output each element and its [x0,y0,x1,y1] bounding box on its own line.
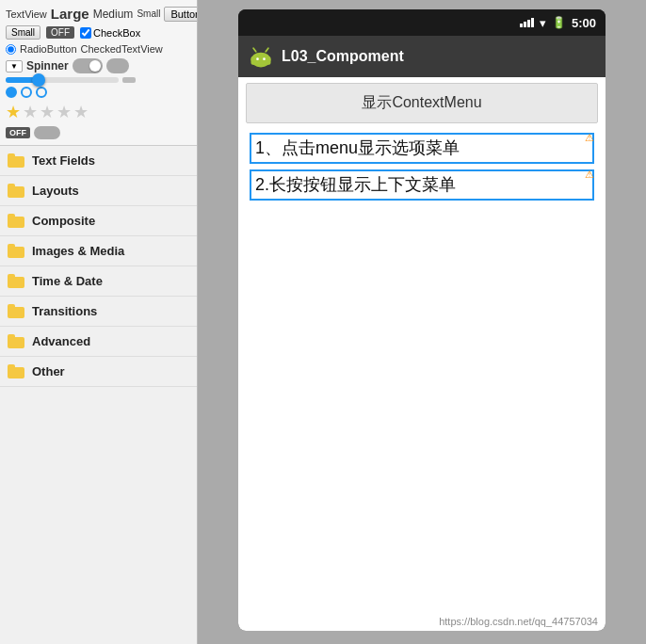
button-widget[interactable]: Button [164,7,198,22]
nav-label-time-date: Time & Date [32,274,103,288]
slider-track[interactable] [6,77,119,83]
svg-line-4 [253,48,256,52]
nav-label-text-fields: Text Fields [32,153,95,168]
line-2-wrapper: 2.长按按钮显示上下文菜单 ⚠ [250,169,594,201]
nav-item-advanced[interactable]: Advanced [0,327,197,357]
folder-icon-transitions [8,304,24,318]
star-2[interactable]: ★ [23,102,38,122]
folder-icon-advanced [8,334,24,348]
radio-dot-1[interactable] [6,87,17,98]
line1-warning-icon: ⚠ [585,131,594,145]
status-time: 5:00 [572,16,596,30]
line-1-wrapper: 1、点击menu显示选项菜单 ⚠ [250,133,594,164]
text-line-2: 2.长按按钮显示上下文菜单 [250,169,594,201]
signal-bar-1 [520,24,523,27]
folder-icon-layouts [8,184,24,198]
text-area: 1、点击menu显示选项菜单 ⚠ 2.长按按钮显示上下文菜单 ⚠ [246,129,598,206]
text-line-1: 1、点击menu显示选项菜单 [250,133,594,164]
toggle-row: Small OFF CheckBox [6,25,191,40]
textview-small: Small [137,8,160,19]
spinner-label: Spinner [26,59,69,72]
watermark: https://blog.csdn.net/qq_44757034 [238,612,606,631]
spinner-arrow-icon: ▼ [10,62,18,71]
left-panel: TextView Large Medium Small Button Small… [0,0,198,644]
toggle-small[interactable]: Small [6,25,40,40]
textview-label: TextView [6,8,47,20]
nav-label-images-media: Images & Media [32,244,124,258]
app-title: L03_Compoment [282,48,404,65]
radio-row: RadioButton CheckedTextView [6,43,191,55]
slider-thumb[interactable] [32,73,45,87]
right-panel: ▾ 🔋 5:00 L03_Compoment 显示ContextMenu [198,0,646,644]
nav-list: Text Fields Layouts Composite Images & M… [0,146,197,644]
radio-button-label: RadioButton [20,43,77,55]
app-titlebar: L03_Compoment [238,36,606,77]
star-1[interactable]: ★ [6,102,21,122]
star-4[interactable]: ★ [57,102,72,122]
star-3[interactable]: ★ [40,102,55,122]
folder-icon-time-date [8,274,24,288]
textview-medium: Medium [93,8,134,21]
battery-icon: 🔋 [552,16,566,29]
radio-dots-row [6,87,191,98]
stars-row: ★ ★ ★ ★ ★ [6,102,191,122]
nav-item-time-date[interactable]: Time & Date [0,266,197,297]
context-menu-button[interactable]: 显示ContextMenu [246,83,598,123]
svg-point-3 [263,57,266,60]
nav-label-advanced: Advanced [32,334,90,348]
nav-label-composite: Composite [32,214,95,228]
toggle-switch[interactable] [73,58,103,73]
android-device: ▾ 🔋 5:00 L03_Compoment 显示ContextMenu [238,9,606,631]
widget-preview: TextView Large Medium Small Button Small… [0,0,197,146]
nav-item-other[interactable]: Other [0,357,197,387]
nav-item-images-media[interactable]: Images & Media [0,236,197,266]
textview-row: TextView Large Medium Small Button [6,6,191,22]
signal-bar-3 [527,20,530,27]
checkbox-widget[interactable]: CheckBox [80,27,140,39]
svg-rect-1 [251,56,271,65]
folder-icon-other [8,364,24,378]
radio-dot-3[interactable] [36,87,47,98]
folder-icon-text-fields [8,153,24,168]
nav-item-composite[interactable]: Composite [0,206,197,236]
spinner-dropdown[interactable]: ▼ [6,60,23,72]
svg-line-5 [266,48,268,52]
textview-large: Large [51,6,89,22]
status-bar: ▾ 🔋 5:00 [238,9,606,36]
checkbox-input[interactable] [80,27,91,39]
folder-icon-images-media [8,244,24,258]
line2-warning-icon: ⚠ [585,168,594,182]
small-toggle-track[interactable] [34,126,60,139]
spinner-row: ▼ Spinner [6,58,191,73]
toggle-off[interactable]: OFF [46,26,74,39]
nav-item-layouts[interactable]: Layouts [0,176,197,206]
small-toggle-row: OFF [6,126,191,139]
radio-button-input[interactable] [6,44,16,55]
small-toggle-off[interactable]: OFF [6,127,30,138]
svg-point-2 [256,57,259,60]
nav-item-text-fields[interactable]: Text Fields [0,146,197,176]
slider-row [6,77,191,83]
folder-icon-composite [8,214,24,228]
signal-bar-4 [531,18,534,27]
android-logo-icon [248,43,274,70]
checked-textview-label: CheckedTextView [81,43,163,55]
signal-bars [520,18,534,27]
checkbox-label: CheckBox [93,27,140,39]
star-5[interactable]: ★ [73,102,89,122]
toggle-switch-2[interactable] [106,58,129,73]
slider-end [122,77,136,83]
nav-label-other: Other [32,364,65,378]
radio-dot-2[interactable] [21,87,32,98]
signal-bar-2 [524,22,526,27]
wifi-icon: ▾ [540,16,546,30]
app-content: 显示ContextMenu 1、点击menu显示选项菜单 ⚠ 2.长按按钮显示上… [238,77,606,631]
nav-item-transitions[interactable]: Transitions [0,297,197,327]
nav-label-layouts: Layouts [32,184,79,198]
nav-label-transitions: Transitions [32,304,97,318]
